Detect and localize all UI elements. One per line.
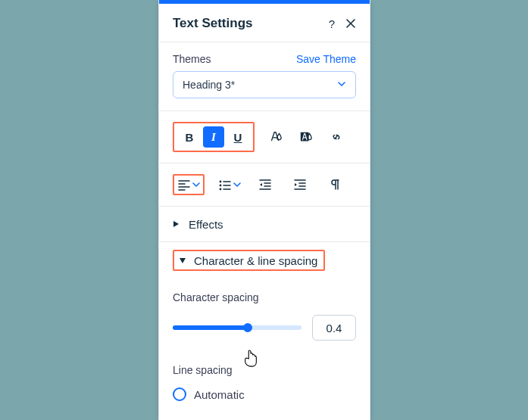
svg-point-3: [220, 188, 222, 191]
text-color-button[interactable]: [265, 126, 286, 148]
char-spacing-slider[interactable]: [173, 325, 301, 330]
panel-header: Text Settings ?: [159, 4, 370, 42]
slider-fill: [173, 325, 248, 330]
color-link-tools: [265, 126, 347, 148]
themes-label: Themes: [173, 53, 211, 65]
automatic-radio-label: Automatic: [194, 388, 245, 401]
automatic-radio[interactable]: [173, 387, 186, 401]
indent-button[interactable]: [289, 174, 311, 195]
line-spacing-section: Line spacing: [159, 357, 370, 377]
theme-select[interactable]: Heading 3*: [173, 71, 356, 98]
tutorial-highlight-spacing: Character & line spacing: [173, 250, 325, 271]
highlight-color-button[interactable]: [295, 126, 317, 148]
outdent-button[interactable]: [255, 174, 276, 195]
themes-label-row: Themes Save Theme: [173, 53, 356, 65]
paragraph-toolbar: [159, 163, 370, 206]
panel-title: Text Settings: [173, 16, 329, 31]
char-spacing-label: Character spacing: [173, 291, 259, 303]
effects-accordion[interactable]: Effects: [159, 207, 370, 241]
effects-label: Effects: [189, 218, 223, 231]
spacing-accordion[interactable]: Character & line spacing: [159, 242, 370, 278]
line-spacing-label: Line spacing: [173, 364, 233, 376]
help-icon[interactable]: ?: [329, 17, 335, 30]
spacing-label: Character & line spacing: [194, 254, 317, 267]
list-button[interactable]: [218, 178, 241, 191]
triangle-down-icon: [179, 254, 186, 267]
text-style-toolbar: B I U: [159, 111, 370, 163]
svg-point-1: [220, 181, 222, 183]
header-actions: ?: [329, 17, 356, 30]
slider-thumb[interactable]: [243, 323, 252, 332]
triangle-right-icon: [173, 217, 180, 231]
tutorial-highlight-align: [173, 174, 205, 195]
bold-button[interactable]: B: [179, 126, 200, 148]
underline-button[interactable]: U: [227, 126, 248, 148]
tutorial-highlight-style: B I U: [173, 122, 255, 152]
themes-section: Themes Save Theme Heading 3*: [159, 42, 370, 110]
line-spacing-option-row: Automatic: [159, 384, 370, 401]
save-theme-link[interactable]: Save Theme: [296, 53, 356, 65]
italic-button[interactable]: I: [203, 126, 224, 148]
svg-point-2: [220, 185, 222, 187]
character-spacing-section: Character spacing 0.4: [159, 278, 370, 341]
close-icon[interactable]: [345, 18, 356, 29]
char-spacing-control: 0.4: [173, 315, 356, 341]
link-button[interactable]: [326, 126, 347, 148]
chevron-down-icon: [337, 78, 346, 92]
align-button[interactable]: [177, 178, 200, 191]
text-settings-panel: Text Settings ? Themes Save Theme Headin…: [158, 0, 370, 420]
char-spacing-value[interactable]: 0.4: [312, 315, 356, 341]
theme-select-value: Heading 3*: [183, 79, 235, 91]
direction-button[interactable]: [324, 174, 345, 195]
